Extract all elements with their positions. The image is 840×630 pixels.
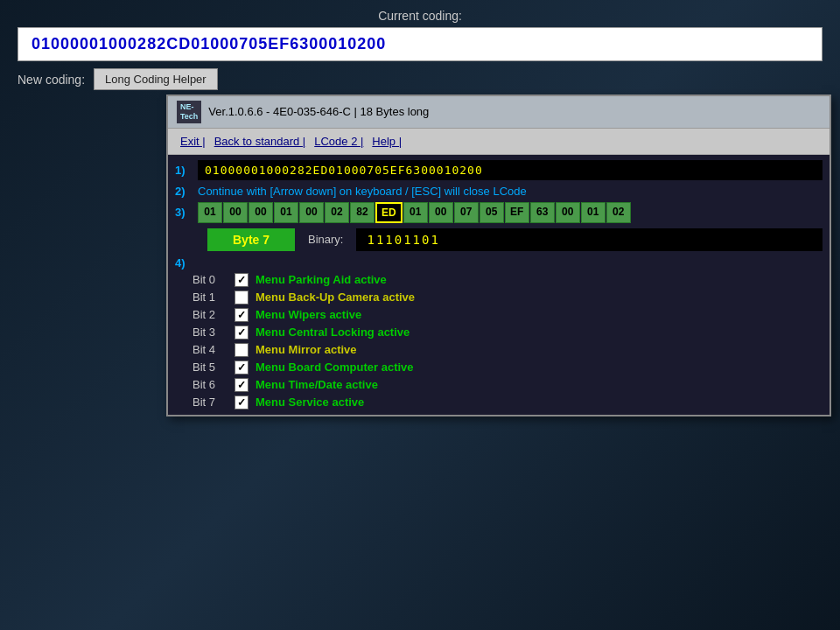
byte-cells: 01000001000282ED01000705EF63000102 — [198, 202, 631, 223]
row1: 1) 01000001000282ED01000705EF6300010200 — [175, 160, 822, 180]
bit-text-5: Menu Board Computer active — [256, 360, 414, 374]
binary-value: 11101101 — [356, 228, 822, 251]
bit-item-4: Bit 4Menu Mirror active — [192, 343, 822, 357]
byte-cell-9[interactable]: 00 — [429, 202, 453, 223]
dialog-logo: NE- Tech — [177, 101, 201, 123]
byte-cell-16[interactable]: 02 — [606, 202, 631, 223]
byte-cell-6[interactable]: 82 — [350, 202, 374, 223]
bit-checkbox-3[interactable] — [234, 326, 248, 340]
byte-cell-10[interactable]: 07 — [454, 202, 479, 223]
bit-label-5: Bit 5 — [192, 360, 228, 374]
row1-hex-code: 01000001000282ED01000705EF6300010200 — [198, 160, 822, 180]
bit-item-0: Bit 0Menu Parking Aid active — [192, 273, 822, 287]
binary-label: Binary: — [308, 233, 343, 246]
bit-text-7: Menu Service active — [256, 396, 364, 409]
dialog-content: 1) 01000001000282ED01000705EF6300010200 … — [168, 155, 830, 415]
row4-label: 4) — [175, 256, 822, 270]
byte-cell-8[interactable]: 01 — [403, 202, 428, 223]
bit-item-7: Bit 7Menu Service active — [192, 396, 822, 410]
bit-label-2: Bit 2 — [192, 308, 228, 321]
bit-text-3: Menu Central Locking active — [256, 326, 410, 339]
row2-text: Continue with [Arrow down] on keyboard /… — [198, 185, 527, 198]
bit-label-1: Bit 1 — [192, 290, 228, 304]
back-to-standard-button[interactable]: Back to standard | — [211, 133, 310, 150]
bit-label-3: Bit 3 — [192, 326, 228, 339]
byte-cell-2[interactable]: 00 — [248, 202, 273, 223]
row2-num: 2) — [175, 185, 192, 198]
bit-text-0: Menu Parking Aid active — [256, 273, 387, 286]
byte-cell-3[interactable]: 01 — [274, 202, 298, 223]
dialog-toolbar: Exit | Back to standard | LCode 2 | Help… — [168, 129, 830, 155]
byte-binary-row: Byte 7 Binary: 11101101 — [175, 228, 822, 251]
dialog-title: Ver.1.0.6.6 - 4E0-035-646-C | 18 Bytes l… — [208, 105, 429, 118]
bit-item-5: Bit 5Menu Board Computer active — [192, 360, 822, 374]
row1-num: 1) — [175, 164, 192, 177]
bit-text-2: Menu Wipers active — [256, 308, 361, 321]
bit-checkbox-7[interactable] — [234, 396, 248, 410]
current-coding-label: Current coding: — [0, 9, 840, 23]
byte-cell-15[interactable]: 01 — [581, 202, 606, 223]
new-coding-label: New coding: — [18, 73, 85, 87]
bit-item-2: Bit 2Menu Wipers active — [192, 308, 822, 322]
byte-cell-5[interactable]: 02 — [325, 202, 349, 223]
bit-checkbox-1[interactable] — [234, 290, 248, 304]
byte-cell-4[interactable]: 00 — [299, 202, 324, 223]
top-section: Current coding: 01000001000282CD01000705… — [0, 0, 840, 99]
bit-checkbox-6[interactable] — [234, 378, 248, 392]
bit-checkbox-5[interactable] — [234, 360, 248, 374]
exit-button[interactable]: Exit | — [177, 133, 209, 150]
bit-list: Bit 0Menu Parking Aid activeBit 1Menu Ba… — [175, 273, 822, 410]
byte-cell-13[interactable]: 63 — [530, 202, 555, 223]
byte-cell-7[interactable]: ED — [375, 202, 402, 223]
bit-checkbox-0[interactable] — [234, 273, 248, 287]
current-coding-value: 01000001000282CD01000705EF6300010200 — [18, 27, 822, 61]
byte-cell-1[interactable]: 00 — [223, 202, 248, 223]
help-button[interactable]: Help | — [368, 133, 405, 150]
lcode2-button[interactable]: LCode 2 | — [311, 133, 367, 150]
bit-item-1: Bit 1Menu Back-Up Camera active — [192, 290, 822, 304]
bit-item-6: Bit 6Menu Time/Date active — [192, 378, 822, 392]
bit-label-4: Bit 4 — [192, 343, 228, 356]
bit-text-4: Menu Mirror active — [256, 343, 357, 356]
bit-label-0: Bit 0 — [192, 273, 228, 286]
long-coding-dialog: NE- Tech Ver.1.0.6.6 - 4E0-035-646-C | 1… — [166, 94, 831, 416]
byte-cell-0[interactable]: 01 — [198, 202, 222, 223]
bit-text-1: Menu Back-Up Camera active — [256, 290, 415, 304]
bit-item-3: Bit 3Menu Central Locking active — [192, 326, 822, 340]
bit-text-6: Menu Time/Date active — [256, 378, 378, 391]
byte-label: Byte 7 — [207, 228, 295, 251]
bit-checkbox-4[interactable] — [234, 343, 248, 357]
long-coding-helper-button[interactable]: Long Coding Helper — [94, 68, 218, 90]
row3: 3) 01000001000282ED01000705EF63000102 — [175, 202, 822, 223]
row2: 2) Continue with [Arrow down] on keyboar… — [175, 185, 822, 198]
byte-cell-12[interactable]: EF — [505, 202, 529, 223]
bit-label-6: Bit 6 — [192, 378, 228, 391]
byte-cell-11[interactable]: 05 — [480, 202, 504, 223]
row3-num: 3) — [175, 206, 192, 219]
bit-checkbox-2[interactable] — [234, 308, 248, 322]
byte-cell-14[interactable]: 00 — [556, 202, 580, 223]
bit-label-7: Bit 7 — [192, 396, 228, 409]
dialog-titlebar: NE- Tech Ver.1.0.6.6 - 4E0-035-646-C | 1… — [168, 96, 830, 129]
